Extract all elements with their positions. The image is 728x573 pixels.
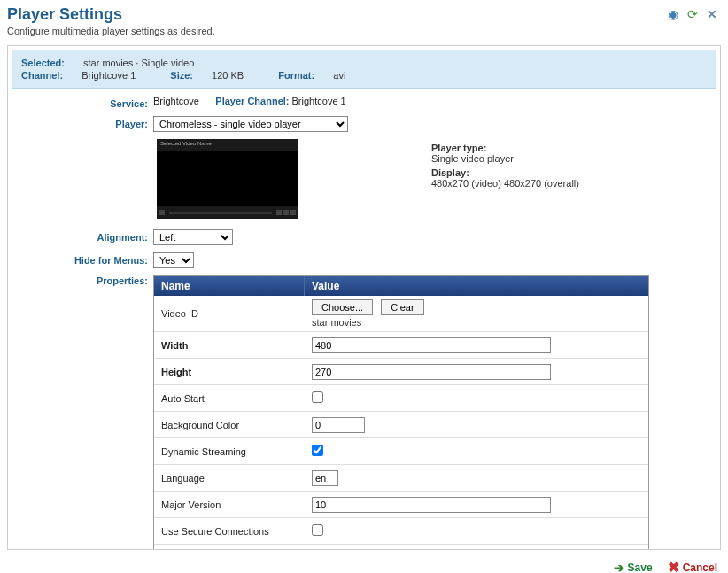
format-label: Format: (278, 70, 314, 81)
properties-section: Properties: Name Value Video ID Choose..… (12, 275, 716, 550)
height-input[interactable] (312, 364, 551, 380)
prop-name: Dynamic Streaming (154, 443, 305, 461)
prop-name: Width (154, 337, 305, 354)
hide-for-menus-select[interactable]: Yes (153, 252, 194, 268)
table-row-dynamic-streaming: Dynamic Streaming (154, 438, 648, 465)
prop-name: Background Color (154, 416, 305, 434)
properties-body[interactable]: Video ID Choose... Clear star movies Wid… (154, 296, 648, 550)
display-label: Display: (431, 167, 579, 178)
major-version-input[interactable] (312, 497, 551, 513)
footer: ➔ Save ✖ Cancel (0, 554, 728, 573)
width-input[interactable] (312, 337, 551, 353)
alignment-row: Alignment: Left (8, 226, 720, 249)
close-icon[interactable]: ✕ (705, 7, 719, 21)
refresh-icon[interactable]: ⟳ (685, 7, 700, 21)
service-value: Brightcove (153, 96, 199, 106)
service-row: Service: Brightcove Player Channel: Brig… (8, 92, 720, 112)
player-select[interactable]: Chromeless - single video player (153, 116, 348, 132)
language-input[interactable] (312, 470, 338, 486)
clear-button[interactable]: Clear (381, 299, 423, 315)
table-row-video-id: Video ID Choose... Clear star movies (154, 296, 648, 332)
page-header: Player Settings Configure multimedia pla… (0, 0, 728, 40)
save-label: Save (628, 561, 653, 573)
service-label: Service: (12, 96, 153, 109)
table-row-width: Width (154, 332, 648, 359)
table-row-major-version: Major Version (154, 492, 648, 518)
selected-value: star movies · Single video (83, 58, 194, 68)
display-value: 480x270 (video) 480x270 (overall) (431, 178, 579, 189)
alignment-label: Alignment: (12, 229, 153, 245)
col-value-header: Value (305, 276, 648, 296)
prop-name: Video ID (154, 305, 305, 322)
cancel-button[interactable]: ✖ Cancel (668, 559, 717, 573)
selected-info-bar: Selected: star movies · Single video Cha… (12, 50, 716, 89)
prop-name: Major Version (154, 496, 305, 514)
choose-button[interactable]: Choose... (312, 299, 373, 315)
table-row-bg-color: Background Color (154, 412, 648, 438)
preview-titlebar: Selected Video Name (157, 139, 298, 151)
size-value: 120 KB (212, 70, 244, 81)
hide-for-menus-row: Hide for Menus: Yes (8, 249, 720, 272)
selected-label: Selected: (21, 58, 65, 68)
table-row-language: Language (154, 465, 648, 492)
save-button[interactable]: ➔ Save (614, 561, 653, 573)
properties-table: Name Value Video ID Choose... Clear star… (153, 275, 649, 550)
prop-name: Show No Content (154, 549, 305, 551)
auto-start-checkbox[interactable] (312, 391, 323, 403)
alignment-select[interactable]: Left (153, 229, 233, 245)
player-channel-label: Player Channel: (215, 96, 289, 106)
bg-color-input[interactable] (312, 417, 365, 433)
prop-name: Language (154, 469, 305, 487)
cancel-x-icon: ✖ (668, 559, 679, 573)
hide-for-menus-label: Hide for Menus: (12, 252, 153, 268)
table-row-show-no-content: Show No Content (154, 545, 648, 550)
page-title: Player Settings (7, 5, 721, 24)
help-icon[interactable]: ◉ (666, 7, 680, 21)
table-row-secure: Use Secure Connections (154, 518, 648, 545)
cancel-label: Cancel (683, 561, 717, 574)
table-row-height: Height (154, 359, 648, 385)
prop-name: Height (154, 363, 305, 381)
secure-checkbox[interactable] (312, 524, 323, 536)
settings-scroll-area[interactable]: Selected: star movies · Single video Cha… (7, 45, 721, 550)
channel-value: Brightcove 1 (81, 70, 136, 81)
properties-header: Name Value (154, 276, 648, 296)
channel-label: Channel: (21, 70, 63, 81)
prop-name: Auto Start (154, 390, 305, 407)
col-name-header: Name (154, 276, 305, 296)
player-type-label: Player type: (431, 143, 579, 153)
preview-controls (157, 206, 298, 219)
dynamic-streaming-checkbox[interactable] (312, 445, 323, 456)
player-row: Player: Chromeless - single video player (8, 112, 720, 136)
format-value: avi (333, 70, 345, 81)
save-arrow-icon: ➔ (614, 561, 624, 573)
player-label: Player: (12, 116, 153, 132)
player-type-value: Single video player (431, 153, 579, 164)
prop-name: Use Secure Connections (154, 523, 305, 540)
page-subtitle: Configure multimedia player settings as … (7, 26, 721, 36)
table-row-auto-start: Auto Start (154, 385, 648, 412)
size-label: Size: (170, 70, 193, 81)
video-id-subtext: star movies (312, 317, 641, 328)
player-preview: Selected Video Name (157, 139, 298, 219)
player-channel-value: Brightcove 1 (292, 96, 346, 106)
player-meta: Player type: Single video player Display… (431, 139, 579, 219)
properties-label: Properties: (12, 275, 153, 550)
